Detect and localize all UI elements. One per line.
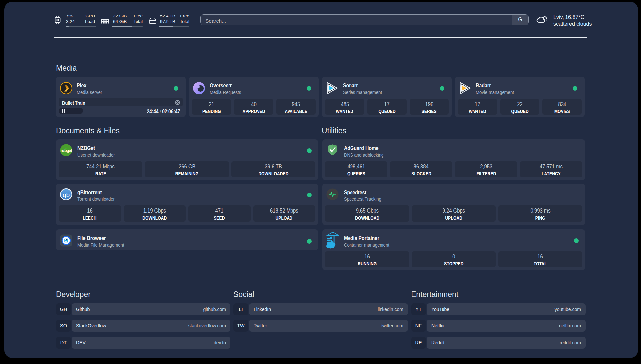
svg-text:nzbget: nzbget — [61, 148, 72, 153]
svg-text:qb: qb — [63, 191, 70, 198]
